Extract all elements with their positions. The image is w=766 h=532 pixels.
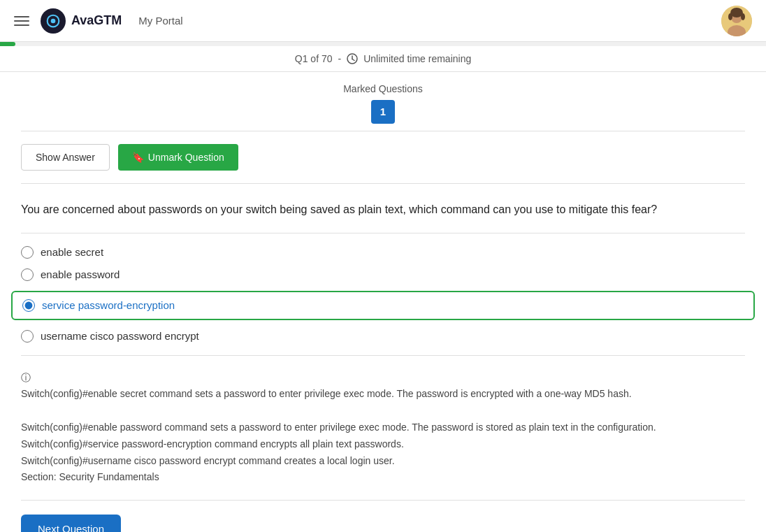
- radio-opt1[interactable]: [21, 246, 34, 259]
- main-content: Marked Questions 1 Show Answer 🔖 Unmark …: [0, 72, 766, 532]
- next-question-button[interactable]: Next Question: [21, 515, 121, 532]
- explanation-area: ⓘ Switch(config)#enable secret command s…: [21, 356, 745, 501]
- bottom-bar: Next Question: [21, 501, 745, 532]
- status-bar: Q1 of 70 - Unlimited time remaining: [0, 46, 766, 72]
- show-answer-button[interactable]: Show Answer: [21, 144, 110, 171]
- svg-point-6: [728, 13, 732, 20]
- question-area: You are concerned about passwords on you…: [21, 184, 745, 233]
- brand-name: AvaGTM: [71, 13, 122, 28]
- question-counter: Q1 of 70: [295, 53, 333, 64]
- action-bar: Show Answer 🔖 Unmark Question: [21, 131, 745, 184]
- bookmark-icon: 🔖: [132, 152, 144, 163]
- option-3-label: service password-encryption: [42, 299, 175, 311]
- unmark-question-button[interactable]: 🔖 Unmark Question: [118, 144, 238, 171]
- radio-opt4[interactable]: [21, 330, 34, 343]
- marked-questions-section: Marked Questions 1: [21, 72, 745, 131]
- logo-icon: [41, 8, 66, 34]
- radio-opt3[interactable]: [22, 299, 35, 312]
- svg-point-1: [51, 18, 56, 23]
- hamburger-menu[interactable]: [14, 16, 29, 26]
- progress-bar-fill: [0, 42, 15, 46]
- svg-line-10: [352, 59, 354, 61]
- option-1[interactable]: enable secret: [21, 246, 745, 259]
- marked-label: Marked Questions: [21, 83, 745, 94]
- question-text: You are concerned about passwords on you…: [21, 201, 745, 219]
- svg-point-7: [741, 13, 745, 20]
- timer-text: Unlimited time remaining: [363, 53, 471, 64]
- avatar[interactable]: [721, 6, 752, 36]
- option-4-label: username cisco password encrypt: [41, 330, 199, 342]
- clock-icon: [347, 53, 358, 64]
- options-area: enable secret enable password service pa…: [21, 233, 745, 356]
- info-icon: ⓘ: [21, 372, 31, 383]
- option-4[interactable]: username cisco password encrypt: [21, 330, 745, 343]
- radio-opt2[interactable]: [21, 268, 34, 281]
- my-portal-link[interactable]: My Portal: [138, 15, 182, 27]
- app-header: AvaGTM My Portal: [0, 0, 766, 42]
- separator: -: [338, 53, 341, 64]
- option-3[interactable]: service password-encryption: [11, 291, 755, 320]
- option-2-label: enable password: [41, 268, 120, 280]
- marked-badge[interactable]: 1: [371, 100, 395, 124]
- option-2[interactable]: enable password: [21, 268, 745, 281]
- option-1-label: enable secret: [41, 246, 103, 258]
- progress-bar-container: [0, 42, 766, 46]
